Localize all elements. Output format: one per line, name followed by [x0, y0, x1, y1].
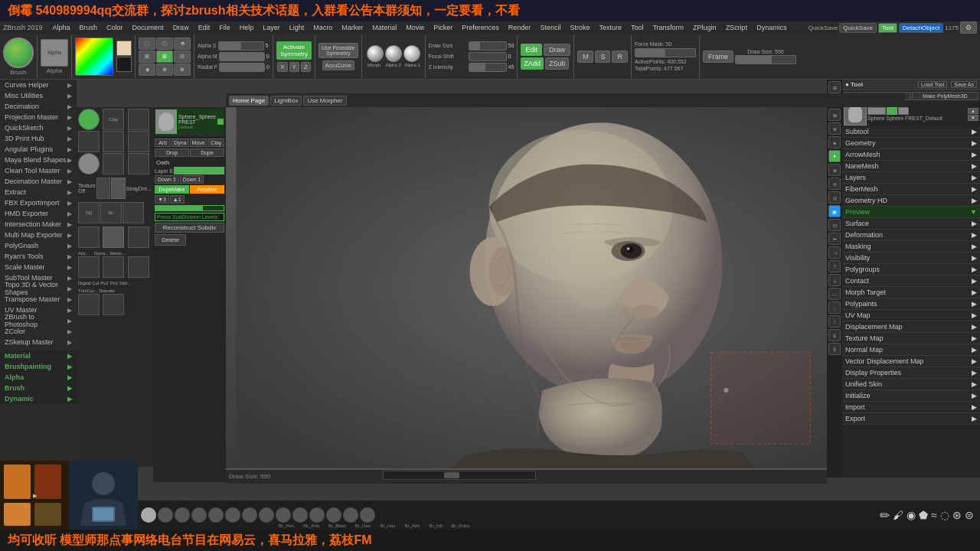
- texture-map-section-btn[interactable]: Texture Map▶: [842, 333, 980, 344]
- lightbox-btn[interactable]: LightBox: [270, 96, 302, 106]
- icon-btn-9[interactable]: ◎: [828, 191, 841, 204]
- brush-dot-6[interactable]: [225, 507, 240, 523]
- icon-btn-15[interactable]: ⊥: [828, 274, 841, 286]
- subtool-section-btn[interactable]: Subtool▶: [842, 126, 980, 138]
- brush-item-inflate[interactable]: [128, 131, 149, 152]
- topology-btn-1[interactable]: ⬚: [139, 37, 155, 50]
- brush-preview-ball[interactable]: [3, 37, 34, 68]
- wave-icon[interactable]: ≈: [931, 509, 937, 521]
- sidebar-ps[interactable]: ZBrush to Photoshop▶: [0, 315, 77, 326]
- tool-save-btn[interactable]: Save As: [951, 81, 977, 88]
- menu-document[interactable]: Document: [130, 23, 166, 32]
- contact-section-btn[interactable]: Contact▶: [842, 276, 980, 287]
- icon-btn-12[interactable]: ⊢: [828, 233, 841, 245]
- subdiv-label[interactable]: Press SubDivision Levels:: [155, 213, 224, 221]
- texture-thumb2[interactable]: [111, 178, 125, 199]
- menu-stencil[interactable]: Stencil: [537, 23, 563, 32]
- normal-map-section-btn[interactable]: Normal Map▶: [842, 344, 980, 356]
- layers-section-btn[interactable]: Layers▶: [842, 172, 980, 184]
- sym-y-btn[interactable]: Y: [289, 62, 299, 72]
- focal-shift-slider[interactable]: [469, 52, 507, 61]
- down1-btn[interactable]: Down 1: [180, 175, 204, 184]
- dyna-ctrl-btn[interactable]: Dyna: [172, 139, 188, 147]
- pen-icon[interactable]: ✏: [880, 508, 890, 523]
- import-section-btn[interactable]: Import▶: [842, 402, 980, 413]
- use-morpher-btn[interactable]: Use Morpher: [303, 96, 346, 106]
- updown-3-btn[interactable]: ▼3: [155, 195, 169, 204]
- masking-section-btn[interactable]: Masking▶: [842, 241, 980, 253]
- brush-dot-12[interactable]: [326, 507, 341, 523]
- geometry-section-btn[interactable]: Geometry▶: [842, 138, 980, 149]
- topology-btn-8[interactable]: ⊕: [156, 64, 173, 76]
- unified-skin-section-btn[interactable]: Unified Skin▶: [842, 379, 980, 390]
- icon-btn-4[interactable]: ⊕: [828, 122, 841, 135]
- sidebar-ryans-tools[interactable]: Ryan's Tools▶: [0, 251, 77, 262]
- material-swatch-1[interactable]: [867, 107, 886, 115]
- layer-bar[interactable]: [174, 167, 224, 174]
- menu-dynamics[interactable]: Dynamics: [754, 23, 789, 32]
- menu-transform[interactable]: Transform: [650, 23, 686, 32]
- home-page-btn[interactable]: Home Page: [229, 96, 269, 106]
- uvmap-section-btn[interactable]: UV Map▶: [842, 310, 980, 321]
- display-props-section-btn[interactable]: Display Properties▶: [842, 367, 980, 379]
- icon-btn-19[interactable]: ⊻: [828, 329, 841, 341]
- brush-dot-10[interactable]: [292, 507, 308, 523]
- select-lasso[interactable]: SL: [100, 202, 122, 223]
- trim-stand[interactable]: [103, 294, 124, 315]
- trim-cur[interactable]: [78, 294, 100, 315]
- topology-btn-5[interactable]: ⊠: [156, 51, 173, 63]
- video-thumb-1[interactable]: ▶: [0, 461, 69, 530]
- menu-help[interactable]: Help: [237, 23, 256, 32]
- tool-btn[interactable]: Tool: [878, 23, 897, 33]
- polypaints-section-btn[interactable]: Polypaints▶: [842, 298, 980, 310]
- frame-btn[interactable]: Frame: [703, 51, 733, 63]
- color-picker[interactable]: [75, 37, 113, 76]
- topology-btn-9[interactable]: ⊗: [174, 64, 191, 76]
- icon-btn-1[interactable]: ⊞: [828, 81, 841, 93]
- brush-item-pinch[interactable]: [128, 153, 149, 174]
- z-intensity-slider[interactable]: [469, 63, 507, 72]
- brush-dot-3[interactable]: [175, 507, 190, 523]
- move-btn[interactable]: M: [577, 51, 594, 63]
- icon-btn-14[interactable]: ⊤: [828, 260, 841, 272]
- brush-dot-5[interactable]: [208, 507, 224, 523]
- accucurve-btn[interactable]: AccuCurve: [322, 60, 354, 70]
- topology-btn-6[interactable]: ⊟: [174, 51, 191, 63]
- icon-btn-16[interactable]: ⋯: [828, 288, 841, 300]
- sym-x-btn[interactable]: X: [277, 62, 287, 72]
- geoHD-section-btn[interactable]: Geometry HD▶: [842, 195, 980, 207]
- arb-ctrl-btn[interactable]: Arb: [155, 139, 171, 147]
- airbrush-icon[interactable]: ◌: [940, 509, 949, 521]
- drop-btn[interactable]: Drop: [155, 148, 189, 157]
- menu-tool[interactable]: Tool: [629, 23, 646, 32]
- extra-btn[interactable]: [128, 227, 149, 248]
- alpha-m-slider[interactable]: [219, 52, 265, 61]
- alpha-s-slider[interactable]: [218, 41, 264, 51]
- icon-btn-7[interactable]: ⊗: [828, 164, 841, 176]
- brush-item-flatten[interactable]: [103, 131, 124, 152]
- menu-draw[interactable]: Draw: [171, 23, 191, 32]
- brush-dot-8[interactable]: [259, 507, 274, 523]
- rubs-icon[interactable]: ⊜: [965, 509, 974, 521]
- subtool-down-btn[interactable]: ▼: [968, 115, 978, 121]
- menu-zplugin[interactable]: ZPlugin: [691, 23, 719, 32]
- move-ctrl-btn[interactable]: Move: [190, 139, 207, 147]
- sidebar-projection[interactable]: Projection Master▶: [0, 112, 77, 122]
- material-section-header[interactable]: Material▶: [0, 350, 77, 361]
- zsub-btn[interactable]: ZSub: [545, 57, 570, 70]
- icon-btn-11[interactable]: ⊡: [828, 219, 841, 231]
- sidebar-3dprint[interactable]: 3D Print Hub▶: [0, 133, 77, 144]
- sidebar-zsketup[interactable]: ZSketup Master▶: [0, 337, 77, 347]
- force-mask-slider[interactable]: [635, 48, 696, 57]
- menu-file[interactable]: File: [217, 23, 233, 32]
- surface-section-btn[interactable]: Surface▶: [842, 218, 980, 230]
- subtool-up-btn[interactable]: ▲: [968, 108, 978, 114]
- vd-map-section-btn[interactable]: Vector Displacement Map▶: [842, 356, 980, 367]
- nanemesh-section-btn[interactable]: NaneMesh▶: [842, 161, 980, 172]
- export-section-btn[interactable]: Export▶: [842, 413, 980, 425]
- sidebar-angular[interactable]: Angular Plugins▶: [0, 144, 77, 155]
- foreground-color[interactable]: [116, 41, 132, 56]
- select-move[interactable]: [122, 202, 144, 223]
- fibermesh-section-btn[interactable]: FiberMesh▶: [842, 184, 980, 195]
- deformation-section-btn[interactable]: Deformation▶: [842, 230, 980, 241]
